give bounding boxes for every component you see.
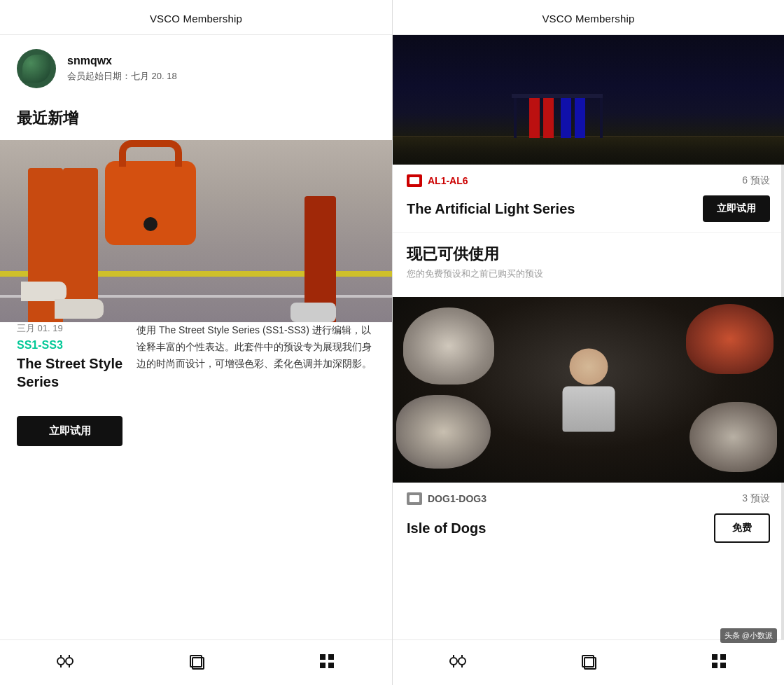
boy-figure	[562, 348, 615, 431]
al-card-header: AL1-AL6 6 预设	[407, 174, 770, 187]
left-panel: VSCO Membership snmqwx 会员起始日期：七月 20. 18 …	[0, 0, 392, 685]
dog-topright	[686, 304, 774, 374]
boy-head	[569, 348, 608, 385]
gas-station-image	[393, 35, 784, 165]
available-section: 现已可供使用 您的免费预设和之前已购买的预设	[393, 233, 784, 297]
svg-rect-8	[320, 654, 326, 660]
shoe-left	[21, 282, 66, 301]
boy-body	[562, 386, 615, 431]
canopy	[512, 94, 603, 98]
orange-pants-right-leg	[63, 168, 98, 308]
bag-charm	[144, 217, 158, 231]
shoe-right	[55, 299, 104, 319]
dog-badge-icon-inner	[410, 495, 419, 502]
canopy-support-right	[600, 98, 603, 138]
layers-nav-icon-right[interactable]	[578, 651, 598, 671]
left-panel-header: VSCO Membership	[0, 0, 392, 35]
svg-rect-11	[328, 663, 334, 668]
al-title: The Artificial Light Series	[407, 201, 575, 217]
al-card-title-row: The Artificial Light Series 立即试用	[407, 195, 770, 222]
dog-card-title-row: Isle of Dogs 免费	[407, 513, 770, 543]
street-style-hero-image	[0, 140, 392, 322]
card-title: The Street Style Series	[17, 354, 122, 391]
filter-nav-icon-right[interactable]	[448, 651, 468, 671]
bag-handle	[119, 140, 182, 167]
person2-shoe	[290, 303, 336, 322]
orange-bag	[105, 161, 196, 245]
isle-of-dogs-image	[393, 297, 784, 483]
svg-rect-23	[720, 663, 726, 668]
dog-title: Isle of Dogs	[407, 520, 486, 537]
dog-badge: DOG1-DOG3	[407, 492, 486, 505]
username: snmqwx	[67, 55, 177, 67]
dog-badge-icon	[407, 492, 422, 505]
dog-preset-count: 3 预设	[742, 492, 770, 505]
al-badge: AL1-AL6	[407, 174, 468, 187]
isle-of-dogs-card: DOG1-DOG3 3 预设 Isle of Dogs 免费	[393, 483, 784, 553]
canopy-support-left	[514, 98, 517, 138]
card-id: SS1-SS3	[17, 339, 122, 352]
pump-1	[529, 96, 540, 138]
dog-bottomleft	[396, 395, 491, 469]
ground-reflection	[393, 137, 784, 165]
right-scroll-content: AL1-AL6 6 预设 The Artificial Light Series…	[393, 35, 784, 639]
avatar-image	[22, 55, 50, 83]
dog-topleft	[403, 307, 494, 385]
pump-2	[543, 96, 554, 138]
svg-rect-22	[712, 663, 718, 668]
card-left-col: 三月 01. 19 SS1-SS3 The Street Style Serie…	[17, 322, 122, 446]
left-scroll-content: snmqwx 会员起始日期：七月 20. 18 最近新增	[0, 35, 392, 639]
left-bottom-nav	[0, 639, 392, 685]
grid-nav-icon-right[interactable]	[709, 651, 729, 671]
card-date: 三月 01. 19	[17, 322, 122, 335]
badge-icon	[407, 174, 422, 187]
dog-card-header: DOG1-DOG3 3 预设	[407, 492, 770, 505]
svg-rect-21	[720, 654, 726, 660]
pump-3	[561, 96, 571, 138]
available-subtitle: 您的免费预设和之前已购买的预设	[407, 268, 770, 280]
svg-point-0	[57, 658, 64, 665]
right-panel-header: VSCO Membership	[393, 0, 784, 35]
card-two-col: 三月 01. 19 SS1-SS3 The Street Style Serie…	[0, 322, 392, 457]
al-badge-id: AL1-AL6	[428, 175, 468, 186]
al-try-button[interactable]: 立即试用	[703, 195, 770, 222]
avatar	[17, 49, 56, 88]
artificial-light-card: AL1-AL6 6 预设 The Artificial Light Series…	[393, 165, 784, 233]
watermark: 头条 @小数派	[720, 628, 777, 643]
recently-added-title: 最近新增	[0, 102, 392, 140]
layers-nav-icon[interactable]	[186, 651, 206, 671]
badge-icon-inner	[410, 177, 419, 184]
user-info: snmqwx 会员起始日期：七月 20. 18	[67, 55, 177, 83]
filter-nav-icon[interactable]	[55, 651, 75, 671]
pump-4	[575, 96, 585, 138]
member-since: 会员起始日期：七月 20. 18	[67, 70, 177, 83]
user-section: snmqwx 会员起始日期：七月 20. 18	[0, 35, 392, 102]
card-desc-col: 使用 The Street Style Series (SS1-SS3) 进行编…	[136, 322, 375, 446]
al-preset-count: 6 预设	[742, 174, 770, 187]
svg-point-12	[450, 658, 457, 665]
right-bottom-nav	[393, 639, 784, 685]
svg-rect-9	[328, 654, 334, 660]
free-button[interactable]: 免费	[714, 513, 770, 543]
right-panel: VSCO Membership	[392, 0, 784, 685]
svg-point-1	[66, 658, 73, 665]
dog-bottomright	[690, 402, 777, 472]
svg-rect-10	[320, 663, 326, 668]
svg-rect-20	[712, 654, 718, 660]
dog-badge-id: DOG1-DOG3	[428, 493, 486, 504]
grid-nav-icon[interactable]	[317, 651, 337, 671]
try-button-left[interactable]: 立即试用	[17, 416, 122, 446]
svg-point-13	[458, 658, 465, 665]
available-title: 现已可供使用	[407, 244, 770, 265]
